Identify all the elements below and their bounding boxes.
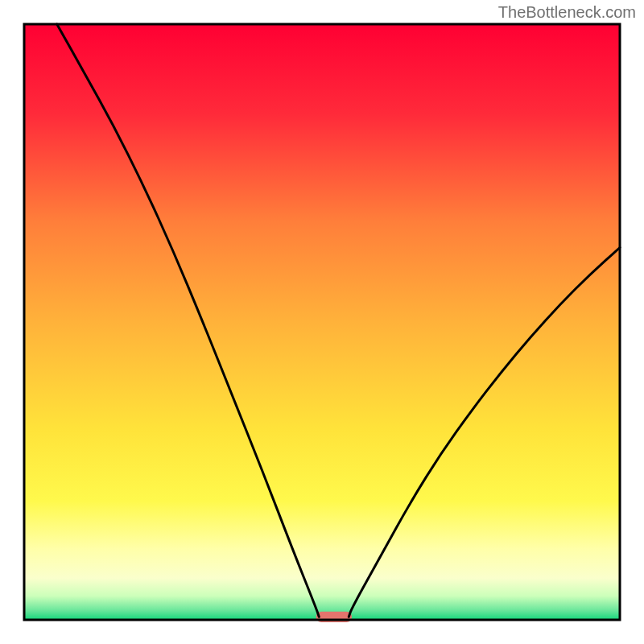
chart-background-gradient [24, 24, 620, 620]
chart-container: TheBottleneck.com [0, 0, 644, 644]
bottleneck-chart [0, 0, 644, 644]
watermark-text: TheBottleneck.com [498, 3, 636, 22]
